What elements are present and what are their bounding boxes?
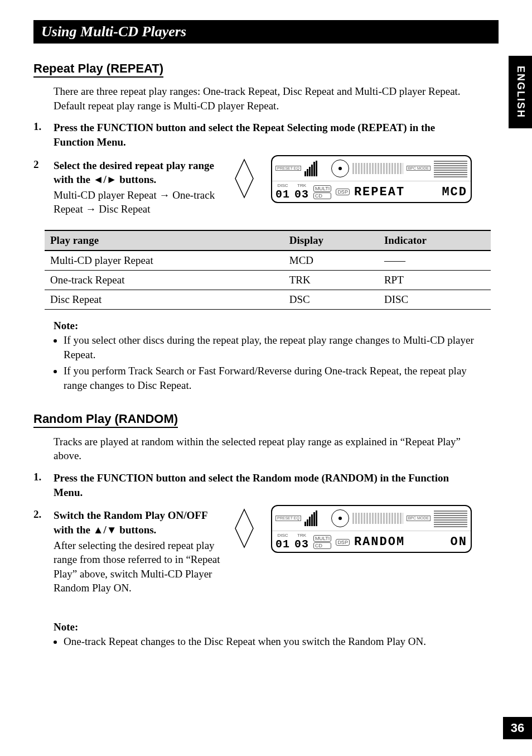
repeat-step-1: 1. Press the FUNCTION button and select …: [33, 121, 499, 149]
th-playrange: Play range: [45, 230, 284, 251]
title-text: Using Multi-CD Players: [41, 23, 186, 40]
random-step-2-row: 2. Switch the Random Play ON/OFF with th…: [33, 505, 499, 599]
lcd-disc-icon: [331, 160, 349, 177]
cell: Multi-CD player Repeat: [45, 251, 284, 271]
step-number: 2.: [33, 508, 54, 595]
cell: Disc Repeat: [45, 290, 284, 310]
cell: DSC: [284, 290, 379, 310]
cell: One-track Repeat: [45, 271, 284, 290]
lcd-multi-label: MULTI: [313, 185, 331, 192]
lcd-dsp-label: DSP: [336, 189, 350, 195]
page-number-text: 36: [511, 721, 524, 735]
lcd-random: PRESET EQ BPC MODE DISC 01 TRK 03: [271, 505, 472, 553]
table-row: One-track Repeat TRK RPT: [45, 271, 491, 290]
lcd-right-text: ON: [451, 535, 467, 549]
random-note-block: Note: One-track Repeat changes to the Di…: [54, 621, 477, 649]
lcd-disc-icon: [331, 509, 349, 527]
lcd-disc-num: 01: [275, 188, 290, 201]
step-1-text: Press the FUNCTION button and select the…: [54, 121, 466, 149]
diamond-icon: [234, 158, 254, 199]
lcd-disc-num: 01: [275, 538, 290, 551]
repeat-step-2-row: 2 Select the desired repeat play range w…: [33, 155, 499, 220]
note-item: If you perform Track Search or Fast Forw…: [64, 364, 477, 392]
th-indicator: Indicator: [379, 230, 491, 251]
lcd-right-bars: [434, 160, 467, 177]
cell: DISC: [379, 290, 491, 310]
step-2-text: Select the desired repeat play range wit…: [54, 158, 223, 187]
lcd-level-meter: [304, 511, 328, 526]
lcd-trk-label: TRK: [294, 533, 309, 538]
diamond-icon: [234, 508, 254, 548]
lcd-cd-label: CD: [313, 192, 331, 199]
repeat-note-block: Note: If you select other discs during t…: [54, 320, 477, 393]
table-header-row: Play range Display Indicator: [45, 230, 491, 251]
title-bar: Using Multi-CD Players: [33, 20, 499, 44]
cell: ——: [379, 251, 491, 271]
lcd-bpc-label: BPC MODE: [407, 166, 431, 171]
lcd-disc-label: DISC: [275, 533, 290, 538]
step-number: 1.: [33, 471, 54, 499]
svg-marker-1: [235, 509, 253, 547]
lcd-preset-label: PRESET EQ: [275, 166, 301, 171]
lcd-trk-num: 03: [294, 188, 309, 201]
note-title: Note:: [54, 621, 477, 633]
lcd-right-text: MCD: [442, 185, 467, 199]
svg-marker-0: [235, 160, 253, 198]
random-step-1: 1. Press the FUNCTION button and select …: [33, 471, 499, 499]
cell: MCD: [284, 251, 379, 271]
random-step-1-text: Press the FUNCTION button and select the…: [54, 471, 466, 499]
lcd-level-meter: [304, 161, 328, 176]
lcd-trk-num: 03: [294, 538, 309, 551]
cell: TRK: [284, 271, 379, 290]
th-display: Display: [284, 230, 379, 251]
lcd-main-text: REPEAT: [354, 185, 405, 199]
lcd-multi-label: MULTI: [313, 535, 331, 542]
table-row: Multi-CD player Repeat MCD ——: [45, 251, 491, 271]
step-number: 1.: [33, 121, 54, 149]
lcd-dsp-label: DSP: [336, 539, 350, 546]
lcd-top-bars: [352, 163, 403, 174]
lcd-trk-label: TRK: [294, 184, 309, 188]
cell: RPT: [379, 271, 491, 290]
lcd-disc-label: DISC: [275, 184, 290, 188]
step-2-sub: Multi-CD player Repeat → One-track Repea…: [54, 188, 223, 216]
table-row: Disc Repeat DSC DISC: [45, 290, 491, 310]
repeat-heading: Repeat Play (REPEAT): [33, 61, 163, 78]
lcd-top-bars: [352, 513, 403, 524]
random-heading: Random Play (RANDOM): [33, 412, 178, 428]
page-content: Using Multi-CD Players Repeat Play (REPE…: [0, 0, 532, 690]
note-item: One-track Repeat changes to the Disc Rep…: [64, 634, 477, 649]
lcd-bpc-label: BPC MODE: [407, 516, 431, 521]
note-title: Note:: [54, 320, 477, 332]
lcd-cd-label: CD: [313, 542, 331, 549]
page-number: 36: [503, 717, 532, 739]
note-item: If you select other discs during the rep…: [64, 333, 477, 362]
lcd-right-bars: [434, 509, 467, 527]
random-intro: Tracks are played at random within the s…: [54, 435, 466, 463]
random-step-2-sub: After selecting the desired repeat play …: [54, 538, 223, 596]
repeat-intro: There are three repeat play ranges: One-…: [54, 84, 466, 113]
random-step-2-text: Switch the Random Play ON/OFF with the ▲…: [54, 508, 223, 537]
repeat-table: Play range Display Indicator Multi-CD pl…: [45, 230, 491, 310]
step-number: 2: [33, 158, 54, 217]
lcd-main-text: RANDOM: [354, 535, 405, 549]
lcd-repeat: PRESET EQ BPC MODE DISC 01 TRK 03: [271, 155, 472, 203]
lcd-preset-label: PRESET EQ: [275, 516, 301, 521]
